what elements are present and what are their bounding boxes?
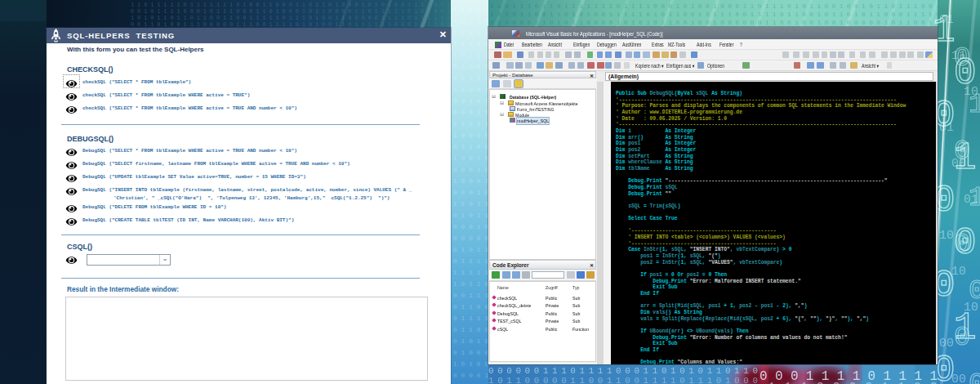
svg-text:0 1 0 1 1: 0 1 0 1 1 — [453, 212, 488, 219]
svg-text:0 1 0 0 0: 0 1 0 0 0 — [453, 63, 488, 70]
svg-text:1 0 0 0 1: 1 0 0 0 1 — [453, 177, 488, 185]
svg-text:0 1 0 0 1: 0 1 0 0 1 — [453, 86, 488, 93]
svg-text:0 0 0 1 0: 0 0 0 1 0 — [453, 223, 488, 230]
svg-text:1 1 1 0 0 0 0 1 1 0 0: 1 1 1 0 0 0 0 1 1 0 0 — [768, 381, 938, 384]
svg-text:1 0 1 0 1 1 0 1 1 0 1 1 0 0 1: 1 0 1 0 1 1 0 1 1 0 1 1 0 0 1 1 0 0 1 1 … — [131, 15, 490, 21]
svg-text:1 1 0 1 1: 1 1 0 1 1 — [453, 120, 488, 127]
svg-text:0 0 0 0 1: 0 0 0 0 1 — [453, 372, 488, 379]
svg-text:1 1 0 1 1 1 1 1 0 1 1 1 1 1 1: 1 1 0 1 1 1 1 1 0 1 1 1 1 1 1 1 0 1 0 0 … — [131, 2, 490, 8]
svg-text:1 0 1 1 0 0 0 0 0 1 1 0 0 1 1: 1 0 1 1 0 0 0 0 0 1 1 0 0 1 1 0 0 1 1 1 … — [488, 376, 758, 384]
svg-text:1 0 1 1 1: 1 0 1 1 1 — [453, 51, 488, 59]
svg-text:0 1 0 1 1: 0 1 0 1 1 — [453, 246, 488, 253]
svg-text:1 1 1 1 1: 1 1 1 1 1 — [453, 269, 488, 276]
svg-text:0 0 1 1 0 1 0 0 1 1 1 0 0 0 0: 0 0 1 1 0 1 0 0 1 1 1 0 0 0 0 0 1 1 1 0 … — [131, 21, 490, 28]
svg-text:0 1 1 1 1: 0 1 1 1 1 — [453, 257, 488, 265]
svg-text:00: 00 — [951, 373, 966, 384]
svg-text:10: 10 — [939, 229, 954, 243]
svg-text:0 0 1 0 0: 0 0 1 0 0 — [453, 74, 488, 82]
svg-text:0: 0 — [969, 368, 980, 384]
svg-text:1 1 1 0 1: 1 1 1 0 1 — [453, 40, 488, 47]
svg-text:0 0 1 0 1: 0 0 1 0 1 — [453, 97, 488, 105]
svg-text:01: 01 — [964, 193, 978, 207]
svg-text:1 0 0 0 1 1 0 0 1 1 0 1 0 1 0: 1 0 0 0 1 1 0 0 1 1 0 1 0 1 0 0 1 1 1 1 … — [490, 11, 947, 18]
svg-text:1 0 1 0 0: 1 0 1 0 0 — [453, 17, 488, 25]
svg-text:01: 01 — [939, 13, 954, 27]
svg-text:1 1 1 1 1: 1 1 1 1 1 — [453, 6, 488, 13]
svg-text:0 0 1 0 1 1 1 1 0 0 0 1 0 1 1: 0 0 1 0 1 1 1 1 0 0 0 1 0 1 1 1 0 0 0 1 … — [131, 8, 490, 15]
svg-text:1 0 0 0 1: 1 0 0 0 1 — [453, 29, 488, 36]
svg-text:00: 00 — [951, 157, 966, 171]
svg-text:0 0 0 0 0 0 1 1 1 0 1 1 1 1 0: 0 0 0 0 0 0 1 1 1 0 1 1 1 1 0 0 0 1 1 0 … — [488, 366, 758, 376]
svg-text:1 0 1 1 0: 1 0 1 1 0 — [453, 280, 488, 288]
svg-text:0 1 1 1 1: 0 1 1 1 1 — [453, 315, 488, 322]
svg-text:0 0 0 1 0: 0 0 0 1 0 — [453, 189, 488, 196]
svg-text:11: 11 — [951, 49, 966, 63]
svg-text:0 1 1 0 0: 0 1 1 0 0 — [453, 326, 488, 333]
svg-text:01: 01 — [939, 121, 954, 135]
svg-text:0 1 0 1 0: 0 1 0 1 0 — [453, 337, 488, 345]
svg-text:00: 00 — [939, 337, 954, 351]
svg-text:1 1 0 1 1 1 0 1 1 0 1 1 1 1 1: 1 1 0 1 1 1 0 1 1 0 1 1 1 1 1 1 1 0 1 1 … — [490, 2, 947, 10]
svg-text:1 0 0 1 0: 1 0 0 1 0 — [453, 154, 488, 162]
svg-text:0: 0 — [954, 229, 970, 260]
svg-text:0 1 0 0 0: 0 1 0 0 0 — [453, 349, 488, 356]
svg-text:0 1 1 0 0: 0 1 1 0 0 — [453, 143, 488, 150]
svg-text:1 1 0 1 1: 1 1 0 1 1 — [453, 200, 488, 208]
svg-text:0 1 1 0 0: 0 1 1 0 0 — [453, 303, 488, 310]
svg-text:1 0 0 0 0: 1 0 0 0 0 — [453, 132, 488, 139]
svg-text:0 0 0 1 1: 0 0 0 1 1 — [453, 109, 488, 116]
svg-text:0 1 0 0 0 0 1 1 0 1 0 1 1 0 0: 0 1 0 0 0 0 1 1 0 1 0 1 1 0 0 0 0 1 0 1 … — [490, 19, 947, 26]
svg-text:10: 10 — [951, 265, 966, 279]
svg-text:0 0 0 1 0: 0 0 0 1 0 — [453, 166, 488, 173]
svg-text:0 0 0 0 0: 0 0 0 0 0 — [453, 234, 488, 242]
svg-text:0 0 1 1 1: 0 0 1 1 1 — [453, 292, 488, 299]
svg-text:0: 0 — [954, 322, 970, 353]
svg-text:10: 10 — [964, 301, 978, 315]
svg-text:1 0 1 0 0: 1 0 1 0 0 — [453, 360, 488, 368]
